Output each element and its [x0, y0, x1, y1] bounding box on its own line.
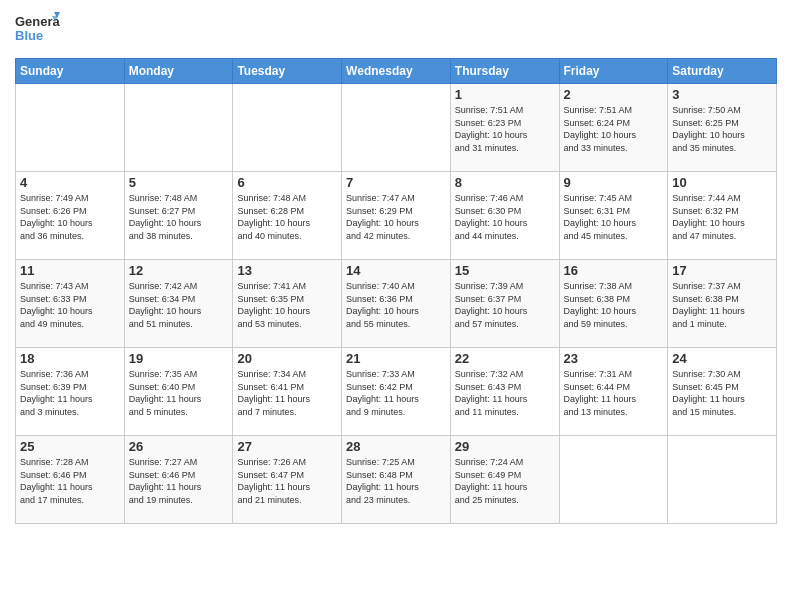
day-info: Sunrise: 7:35 AM Sunset: 6:40 PM Dayligh…: [129, 368, 229, 418]
calendar-cell: 15Sunrise: 7:39 AM Sunset: 6:37 PM Dayli…: [450, 260, 559, 348]
day-info: Sunrise: 7:38 AM Sunset: 6:38 PM Dayligh…: [564, 280, 664, 330]
calendar-cell: 3Sunrise: 7:50 AM Sunset: 6:25 PM Daylig…: [668, 84, 777, 172]
weekday-header-wednesday: Wednesday: [342, 59, 451, 84]
day-info: Sunrise: 7:47 AM Sunset: 6:29 PM Dayligh…: [346, 192, 446, 242]
day-number: 6: [237, 175, 337, 190]
day-number: 22: [455, 351, 555, 366]
day-number: 23: [564, 351, 664, 366]
day-info: Sunrise: 7:39 AM Sunset: 6:37 PM Dayligh…: [455, 280, 555, 330]
calendar-week-4: 18Sunrise: 7:36 AM Sunset: 6:39 PM Dayli…: [16, 348, 777, 436]
day-info: Sunrise: 7:44 AM Sunset: 6:32 PM Dayligh…: [672, 192, 772, 242]
svg-text:Blue: Blue: [15, 28, 43, 43]
calendar-cell: 21Sunrise: 7:33 AM Sunset: 6:42 PM Dayli…: [342, 348, 451, 436]
calendar-cell: 27Sunrise: 7:26 AM Sunset: 6:47 PM Dayli…: [233, 436, 342, 524]
day-number: 8: [455, 175, 555, 190]
calendar-container: General Blue SundayMondayTuesdayWednesda…: [0, 0, 792, 534]
calendar-cell: 9Sunrise: 7:45 AM Sunset: 6:31 PM Daylig…: [559, 172, 668, 260]
day-number: 21: [346, 351, 446, 366]
day-number: 18: [20, 351, 120, 366]
day-info: Sunrise: 7:42 AM Sunset: 6:34 PM Dayligh…: [129, 280, 229, 330]
day-info: Sunrise: 7:24 AM Sunset: 6:49 PM Dayligh…: [455, 456, 555, 506]
day-info: Sunrise: 7:46 AM Sunset: 6:30 PM Dayligh…: [455, 192, 555, 242]
day-number: 25: [20, 439, 120, 454]
weekday-header-saturday: Saturday: [668, 59, 777, 84]
logo: General Blue: [15, 10, 60, 50]
calendar-cell: 25Sunrise: 7:28 AM Sunset: 6:46 PM Dayli…: [16, 436, 125, 524]
day-info: Sunrise: 7:48 AM Sunset: 6:28 PM Dayligh…: [237, 192, 337, 242]
day-info: Sunrise: 7:43 AM Sunset: 6:33 PM Dayligh…: [20, 280, 120, 330]
day-info: Sunrise: 7:51 AM Sunset: 6:23 PM Dayligh…: [455, 104, 555, 154]
calendar-cell: 13Sunrise: 7:41 AM Sunset: 6:35 PM Dayli…: [233, 260, 342, 348]
day-number: 27: [237, 439, 337, 454]
day-number: 10: [672, 175, 772, 190]
day-number: 17: [672, 263, 772, 278]
weekday-header-sunday: Sunday: [16, 59, 125, 84]
day-info: Sunrise: 7:41 AM Sunset: 6:35 PM Dayligh…: [237, 280, 337, 330]
day-number: 19: [129, 351, 229, 366]
day-number: 4: [20, 175, 120, 190]
calendar-cell: 16Sunrise: 7:38 AM Sunset: 6:38 PM Dayli…: [559, 260, 668, 348]
calendar-cell: 23Sunrise: 7:31 AM Sunset: 6:44 PM Dayli…: [559, 348, 668, 436]
calendar-cell: 7Sunrise: 7:47 AM Sunset: 6:29 PM Daylig…: [342, 172, 451, 260]
calendar-table: SundayMondayTuesdayWednesdayThursdayFrid…: [15, 58, 777, 524]
header: General Blue: [15, 10, 777, 50]
calendar-cell: 18Sunrise: 7:36 AM Sunset: 6:39 PM Dayli…: [16, 348, 125, 436]
logo-svg: General Blue: [15, 10, 60, 50]
calendar-cell: 12Sunrise: 7:42 AM Sunset: 6:34 PM Dayli…: [124, 260, 233, 348]
calendar-cell: 19Sunrise: 7:35 AM Sunset: 6:40 PM Dayli…: [124, 348, 233, 436]
day-number: 14: [346, 263, 446, 278]
calendar-cell: 14Sunrise: 7:40 AM Sunset: 6:36 PM Dayli…: [342, 260, 451, 348]
day-info: Sunrise: 7:28 AM Sunset: 6:46 PM Dayligh…: [20, 456, 120, 506]
calendar-cell: [233, 84, 342, 172]
weekday-header-tuesday: Tuesday: [233, 59, 342, 84]
day-info: Sunrise: 7:32 AM Sunset: 6:43 PM Dayligh…: [455, 368, 555, 418]
calendar-cell: 1Sunrise: 7:51 AM Sunset: 6:23 PM Daylig…: [450, 84, 559, 172]
day-info: Sunrise: 7:27 AM Sunset: 6:46 PM Dayligh…: [129, 456, 229, 506]
day-number: 20: [237, 351, 337, 366]
calendar-cell: 10Sunrise: 7:44 AM Sunset: 6:32 PM Dayli…: [668, 172, 777, 260]
day-number: 16: [564, 263, 664, 278]
calendar-cell: 6Sunrise: 7:48 AM Sunset: 6:28 PM Daylig…: [233, 172, 342, 260]
weekday-header-monday: Monday: [124, 59, 233, 84]
calendar-cell: 5Sunrise: 7:48 AM Sunset: 6:27 PM Daylig…: [124, 172, 233, 260]
calendar-cell: 8Sunrise: 7:46 AM Sunset: 6:30 PM Daylig…: [450, 172, 559, 260]
day-info: Sunrise: 7:40 AM Sunset: 6:36 PM Dayligh…: [346, 280, 446, 330]
calendar-cell: 28Sunrise: 7:25 AM Sunset: 6:48 PM Dayli…: [342, 436, 451, 524]
calendar-cell: 2Sunrise: 7:51 AM Sunset: 6:24 PM Daylig…: [559, 84, 668, 172]
calendar-cell: 11Sunrise: 7:43 AM Sunset: 6:33 PM Dayli…: [16, 260, 125, 348]
calendar-cell: 4Sunrise: 7:49 AM Sunset: 6:26 PM Daylig…: [16, 172, 125, 260]
calendar-cell: [16, 84, 125, 172]
calendar-week-3: 11Sunrise: 7:43 AM Sunset: 6:33 PM Dayli…: [16, 260, 777, 348]
day-info: Sunrise: 7:26 AM Sunset: 6:47 PM Dayligh…: [237, 456, 337, 506]
day-info: Sunrise: 7:49 AM Sunset: 6:26 PM Dayligh…: [20, 192, 120, 242]
day-number: 11: [20, 263, 120, 278]
day-number: 26: [129, 439, 229, 454]
day-number: 28: [346, 439, 446, 454]
day-number: 29: [455, 439, 555, 454]
calendar-week-1: 1Sunrise: 7:51 AM Sunset: 6:23 PM Daylig…: [16, 84, 777, 172]
calendar-cell: 29Sunrise: 7:24 AM Sunset: 6:49 PM Dayli…: [450, 436, 559, 524]
calendar-cell: 17Sunrise: 7:37 AM Sunset: 6:38 PM Dayli…: [668, 260, 777, 348]
calendar-cell: [342, 84, 451, 172]
day-number: 5: [129, 175, 229, 190]
day-number: 24: [672, 351, 772, 366]
calendar-cell: [559, 436, 668, 524]
day-info: Sunrise: 7:51 AM Sunset: 6:24 PM Dayligh…: [564, 104, 664, 154]
day-info: Sunrise: 7:25 AM Sunset: 6:48 PM Dayligh…: [346, 456, 446, 506]
day-number: 1: [455, 87, 555, 102]
day-info: Sunrise: 7:45 AM Sunset: 6:31 PM Dayligh…: [564, 192, 664, 242]
day-info: Sunrise: 7:36 AM Sunset: 6:39 PM Dayligh…: [20, 368, 120, 418]
calendar-cell: 20Sunrise: 7:34 AM Sunset: 6:41 PM Dayli…: [233, 348, 342, 436]
day-info: Sunrise: 7:31 AM Sunset: 6:44 PM Dayligh…: [564, 368, 664, 418]
calendar-week-2: 4Sunrise: 7:49 AM Sunset: 6:26 PM Daylig…: [16, 172, 777, 260]
day-number: 13: [237, 263, 337, 278]
calendar-cell: 26Sunrise: 7:27 AM Sunset: 6:46 PM Dayli…: [124, 436, 233, 524]
weekday-header-row: SundayMondayTuesdayWednesdayThursdayFrid…: [16, 59, 777, 84]
day-number: 9: [564, 175, 664, 190]
day-number: 3: [672, 87, 772, 102]
calendar-cell: [668, 436, 777, 524]
day-number: 15: [455, 263, 555, 278]
day-info: Sunrise: 7:30 AM Sunset: 6:45 PM Dayligh…: [672, 368, 772, 418]
day-info: Sunrise: 7:33 AM Sunset: 6:42 PM Dayligh…: [346, 368, 446, 418]
day-info: Sunrise: 7:50 AM Sunset: 6:25 PM Dayligh…: [672, 104, 772, 154]
